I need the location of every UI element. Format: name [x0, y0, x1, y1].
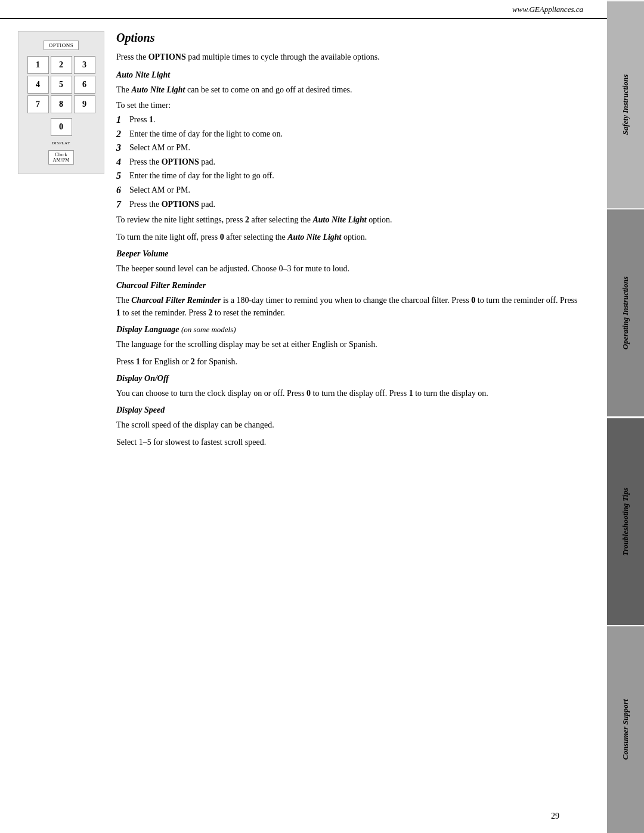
auto-nite-light-desc: The Auto Nite Light can be set to come o… [116, 83, 583, 96]
sidebar-section-consumer: Consumer Support [607, 625, 644, 833]
key-9: 9 [74, 95, 95, 113]
sidebar: Safety Instructions Operating Instructio… [607, 0, 644, 833]
sidebar-label-consumer: Consumer Support [621, 699, 630, 760]
keypad-diagram: OPTIONS 1 2 3 4 5 6 7 8 9 0 DISPLAY Cloc… [18, 31, 104, 174]
sidebar-section-troubleshooting: Troubleshooting Tips [607, 417, 644, 625]
step-num-3: 3 [116, 142, 129, 153]
display-language-desc: The language for the scrolling display m… [116, 338, 583, 351]
key-1: 1 [27, 56, 49, 74]
step-text-3: Select AM or PM. [129, 142, 583, 154]
charcoal-filter-desc: The Charcoal Filter Reminder is a 180-da… [116, 294, 583, 319]
display-speed-desc1: The scroll speed of the display can be c… [116, 419, 583, 431]
sidebar-label-troubleshooting: Troubleshooting Tips [621, 487, 630, 555]
step-num-5: 5 [116, 170, 129, 181]
numbered-steps: 1 Press 1. 2 Enter the time of day for t… [116, 114, 583, 210]
timer-label: To set the timer: [116, 101, 583, 110]
step-text-7: Press the OPTIONS pad. [129, 199, 583, 210]
charcoal-filter-heading: Charcoal Filter Reminder [116, 281, 583, 290]
step-text-2: Enter the time of day for the light to c… [129, 128, 583, 140]
step-num-4: 4 [116, 156, 129, 168]
key-4: 4 [27, 76, 49, 94]
options-label: OPTIONS [44, 41, 79, 50]
section-title: Options [116, 31, 583, 45]
step-text-4: Press the OPTIONS pad. [129, 156, 583, 168]
zero-row: 0 [51, 118, 72, 136]
display-onoff-desc: You can choose to turn the clock display… [116, 387, 583, 400]
display-language-heading: Display Language (on some models) [116, 325, 583, 335]
sidebar-section-safety: Safety Instructions [607, 0, 644, 208]
key-6: 6 [74, 76, 95, 94]
step-7: 7 Press the OPTIONS pad. [116, 199, 583, 210]
key-8: 8 [51, 95, 72, 113]
auto-nite-light-heading: Auto Nite Light [116, 70, 583, 80]
step-num-7: 7 [116, 199, 129, 210]
display-language-options: Press 1 for English or 2 for Spanish. [116, 355, 583, 368]
step-text-1: Press 1. [129, 114, 583, 126]
sidebar-label-operating: Operating Instructions [621, 277, 630, 349]
key-5: 5 [51, 76, 72, 94]
beeper-volume-heading: Beeper Volume [116, 249, 583, 259]
step-2: 2 Enter the time of day for the light to… [116, 128, 583, 140]
display-language-sub: (on some models) [181, 325, 236, 334]
sidebar-label-safety: Safety Instructions [621, 75, 630, 135]
step-num-2: 2 [116, 128, 129, 140]
step-1: 1 Press 1. [116, 114, 583, 126]
sidebar-section-operating: Operating Instructions [607, 208, 644, 416]
anl-bold: Auto Nite Light [131, 85, 185, 94]
step-6: 6 Select AM or PM. [116, 184, 583, 196]
display-onoff-heading: Display On/Off [116, 374, 583, 383]
review-text: To review the nite light settings, press… [116, 213, 583, 226]
display-speed-heading: Display Speed [116, 405, 583, 415]
turn-off-text: To turn the nite light off, press 0 afte… [116, 231, 583, 243]
intro-text: Press the OPTIONS pad multiple times to … [116, 51, 583, 63]
key-7: 7 [27, 95, 49, 113]
step-num-6: 6 [116, 184, 129, 196]
key-0: 0 [51, 118, 72, 136]
page-number: 29 [551, 812, 559, 821]
options-bold: OPTIONS [148, 52, 186, 61]
display-label: DISPLAY [52, 141, 70, 145]
step-3: 3 Select AM or PM. [116, 142, 583, 154]
step-5: 5 Enter the time of day for the light to… [116, 170, 583, 182]
step-num-1: 1 [116, 114, 129, 125]
clock-btn: ClockAM/PM [48, 150, 73, 165]
url-text: www.GEAppliances.ca [512, 5, 583, 14]
step-text-6: Select AM or PM. [129, 184, 583, 196]
key-2: 2 [51, 56, 72, 74]
key-3: 3 [74, 56, 95, 74]
beeper-volume-desc: The beeper sound level can be adjusted. … [116, 262, 583, 275]
keypad-grid: 1 2 3 4 5 6 7 8 9 [27, 56, 95, 113]
display-speed-desc2: Select 1–5 for slowest to fastest scroll… [116, 436, 583, 448]
step-text-5: Enter the time of day for the light to g… [129, 170, 583, 182]
top-url-bar: www.GEAppliances.ca [0, 0, 607, 19]
step-4: 4 Press the OPTIONS pad. [116, 156, 583, 168]
text-content: Options Press the OPTIONS pad multiple t… [116, 31, 583, 453]
